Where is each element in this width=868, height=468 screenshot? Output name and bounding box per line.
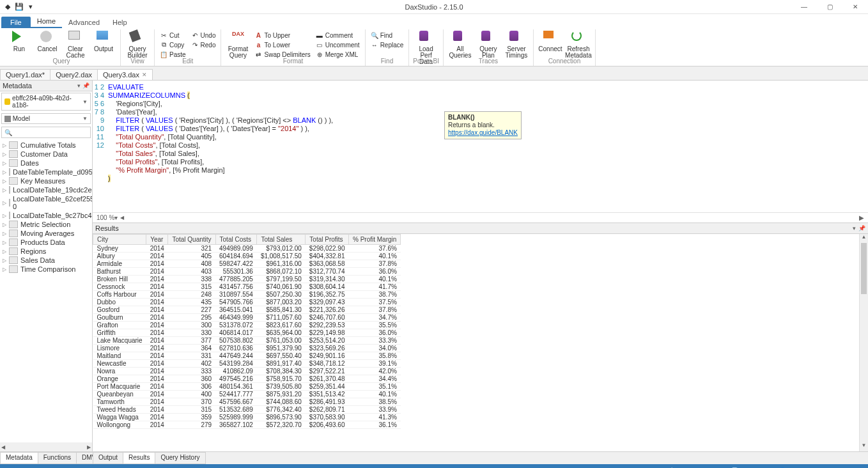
output-button[interactable]: Output [91,29,116,52]
all-queries-button[interactable]: All Queries [447,29,473,59]
query-plan-button[interactable]: Query Plan [476,29,501,59]
format-query-button[interactable]: DAXFormat Query [225,29,251,59]
uncomment-button[interactable]: ▭Uncomment [314,40,361,49]
table-row[interactable]: Gosford2014227364515.041$585,841.30$221,… [93,306,401,314]
column-header[interactable]: Total Profits [306,235,349,245]
home-tab[interactable]: Home [31,15,62,28]
metadata-hscroll[interactable]: ◀▶ [0,442,92,451]
scroll-up-icon[interactable]: ▲ [860,234,868,243]
table-item[interactable]: ▷LocalDateTable_9c27bc4b- [1,211,91,220]
model-combo[interactable]: Model▼ [1,113,91,124]
table-row[interactable]: Newcastle2014402543199.284$891,917.40$34… [93,360,401,368]
connect-button[interactable]: Connect [538,29,563,52]
column-header[interactable]: Total Quantity [168,235,215,245]
code-editor[interactable]: 1 2 3 4 5 6 7 8 9 10 11 12 EVALUATE SUMM… [93,81,868,212]
table-item[interactable]: ▷Dates [1,159,91,168]
table-row[interactable]: Goulburn2014295464349.999$711,057.60$246… [93,314,401,322]
table-row[interactable]: Broken Hill2014338477885.205$797,199.50$… [93,276,401,283]
table-item[interactable]: ▷Sales Data [1,256,91,265]
server-timings-button[interactable]: Server Timings [504,29,529,59]
tooltip-link[interactable]: https://dax.guide/BLANK [448,129,518,136]
table-row[interactable]: Orange2014360497545.216$758,915.70$261,3… [93,375,401,383]
zoom-level[interactable]: 100 % [97,214,114,221]
table-row[interactable]: Wagga Wagga2014359525989.999$896,573.90$… [93,414,401,421]
run-button[interactable]: Run [6,29,32,52]
table-row[interactable]: Lake Macquarie2014377507538.802$761,053.… [93,337,401,345]
table-row[interactable]: Coffs Harbour2014248310897.554$507,250.3… [93,291,401,299]
maximize-button[interactable]: ▢ [817,1,842,13]
close-tab-icon[interactable]: ✕ [142,72,147,78]
column-header[interactable]: Year [146,235,168,245]
table-item[interactable]: ▷LocalDateTable_62cef255-0 [1,194,91,211]
table-item[interactable]: ▷Moving Averages [1,229,91,238]
table-item[interactable]: ▷Cumulative Totals [1,141,91,150]
minimize-button[interactable]: ― [791,1,817,13]
zoom-dropdown-icon[interactable]: ▾ [114,214,118,221]
table-row[interactable]: Dubbo2014435547905.766$877,003.20$329,09… [93,299,401,306]
qat-save-icon[interactable]: 💾 [14,2,24,12]
doc-tab-1[interactable]: Query1.dax* [0,69,50,80]
copy-button[interactable]: ⧉Copy [159,40,187,49]
to-lower-button[interactable]: aTo Lower [253,40,311,49]
panel-dropdown-icon[interactable]: ▾ 📌 [77,82,89,89]
scroll-down-icon[interactable]: ▼ [860,442,868,451]
table-item[interactable]: ▷DateTableTemplate_d095fb [1,168,91,176]
advanced-tab[interactable]: Advanced [62,17,106,28]
replace-button[interactable]: ↔Replace [369,40,405,49]
table-item[interactable]: ▷Customer Data [1,150,91,159]
history-bottom-tab[interactable]: Query History [155,452,205,464]
hscroll-left-icon[interactable]: ◀ [120,215,124,221]
table-row[interactable]: Queanbeyan2014400524417.777$875,931.20$3… [93,391,401,398]
undo-button[interactable]: ↶Undo [190,31,217,40]
metadata-tree[interactable]: ▷Cumulative Totals▷Customer Data▷Dates▷D… [0,139,92,442]
results-grid[interactable]: CityYearTotal QuantityTotal CostsTotal S… [93,234,859,451]
table-row[interactable]: Nowra2014333410862.09$708,384.30$297,522… [93,368,401,375]
table-item[interactable]: ▷Regions [1,247,91,256]
metadata-search[interactable]: 🔍 [1,127,91,138]
table-item[interactable]: ▷LocalDateTable_19cdc2e1- [1,185,91,194]
table-row[interactable]: Wollongong2014279365827.102$572,320.70$2… [93,421,401,429]
doc-tab-2[interactable]: Query2.dax [50,69,98,80]
clear-cache-button[interactable]: Clear Cache [63,29,88,59]
file-tab[interactable]: File [1,17,31,28]
column-header[interactable]: City [93,235,146,245]
column-header[interactable]: Total Costs [215,235,257,245]
redo-button[interactable]: ↷Redo [190,40,217,49]
output-bottom-tab[interactable]: Output [93,452,123,464]
refresh-meta-button[interactable]: Refresh Metadata [566,29,591,59]
column-header[interactable]: Total Sales [257,235,306,245]
results-pin-icon[interactable]: 📌 [858,225,865,231]
metadata-bottom-tab[interactable]: Metadata [0,452,38,464]
cancel-button[interactable]: Cancel [35,29,60,52]
to-upper-button[interactable]: ATo Upper [253,31,311,40]
table-item[interactable]: ▷Metric Selection [1,220,91,229]
help-tab[interactable]: Help [106,17,134,28]
table-item[interactable]: ▷Time Comparison [1,265,91,274]
table-item[interactable]: ▷Products Data [1,238,91,247]
merge-xml-button[interactable]: ⊕Merge XML [314,50,361,59]
table-row[interactable]: Grafton2014300531378.072$823,617.60$292,… [93,322,401,329]
table-row[interactable]: Griffith2014330406814.017$635,964.00$229… [93,329,401,337]
table-row[interactable]: Bathurst2014403555301.36$868,072.10$312,… [93,268,401,276]
functions-bottom-tab[interactable]: Functions [38,452,77,464]
column-header[interactable]: % Profit Margin [348,235,400,245]
code-content[interactable]: EVALUATE SUMMARIZECOLUMNS ( 'Regions'[Ci… [108,83,868,210]
cut-button[interactable]: ✂Cut [159,31,187,40]
table-row[interactable]: Lismore2014364627810.636$951,379.90$323,… [93,345,401,352]
hscroll-right-icon[interactable]: ▶ [859,214,864,221]
comment-button[interactable]: ▬Comment [314,31,361,40]
table-row[interactable]: Port Macquarie2014306480154.361$739,505.… [93,383,401,391]
find-button[interactable]: 🔍Find [369,31,405,40]
query-builder-button[interactable]: Query Builder [125,29,150,59]
table-row[interactable]: Albury2014405604184.694$1,008,517.50$404… [93,253,401,260]
scroll-thumb[interactable] [861,243,867,294]
table-item[interactable]: ▷Key Measures [1,176,91,185]
database-combo[interactable]: ebffc284-a09b-4b2d-a1b8-▼ [1,93,91,111]
results-dropdown-icon[interactable]: ▾ [853,225,856,231]
close-button[interactable]: ✕ [842,1,868,13]
table-row[interactable]: Cessnock2014315431457.756$740,061.90$308… [93,283,401,291]
table-row[interactable]: Sydney2014321494989.099$793,012.00$298,0… [93,245,401,253]
results-scrollbar[interactable]: ▲ ▼ [859,234,868,451]
results-bottom-tab[interactable]: Results [123,452,155,464]
table-row[interactable]: Tamworth2014370457596.667$744,088.60$286… [93,398,401,406]
